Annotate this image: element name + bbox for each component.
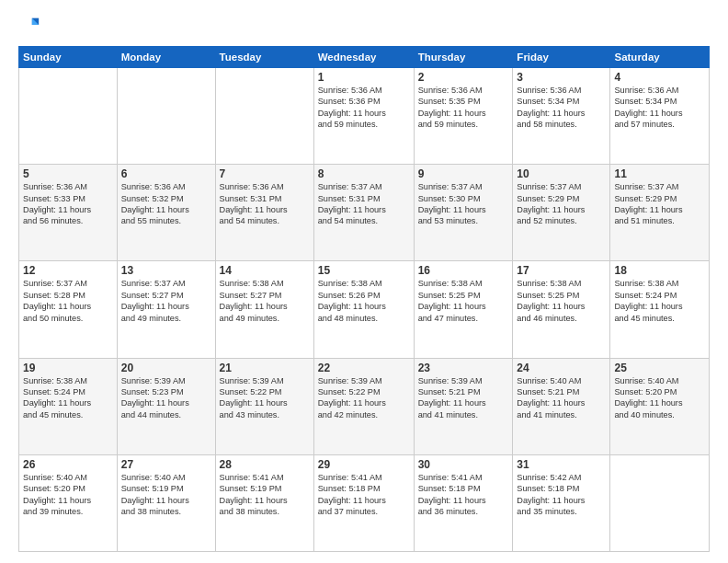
day-cell: 25Sunrise: 5:40 AM Sunset: 5:20 PM Dayli… xyxy=(610,358,710,454)
day-cell: 7Sunrise: 5:36 AM Sunset: 5:31 PM Daylig… xyxy=(215,165,313,261)
logo-icon xyxy=(20,15,40,35)
day-cell: 23Sunrise: 5:39 AM Sunset: 5:21 PM Dayli… xyxy=(414,358,513,454)
day-number: 21 xyxy=(220,362,310,374)
day-number: 15 xyxy=(318,264,410,277)
day-cell: 11Sunrise: 5:37 AM Sunset: 5:29 PM Dayli… xyxy=(610,165,710,261)
day-number: 4 xyxy=(614,71,705,84)
day-cell: 17Sunrise: 5:38 AM Sunset: 5:25 PM Dayli… xyxy=(513,261,610,358)
day-info: Sunrise: 5:38 AM Sunset: 5:26 PM Dayligh… xyxy=(318,278,410,324)
week-row-2: 5Sunrise: 5:36 AM Sunset: 5:33 PM Daylig… xyxy=(19,165,710,261)
day-number: 31 xyxy=(517,458,606,471)
day-info: Sunrise: 5:36 AM Sunset: 5:31 PM Dayligh… xyxy=(220,181,310,227)
day-number: 17 xyxy=(517,264,606,277)
day-cell: 8Sunrise: 5:37 AM Sunset: 5:31 PM Daylig… xyxy=(313,165,414,261)
day-cell: 30Sunrise: 5:41 AM Sunset: 5:18 PM Dayli… xyxy=(414,454,513,551)
day-cell: 2Sunrise: 5:36 AM Sunset: 5:35 PM Daylig… xyxy=(414,68,513,165)
day-cell: 12Sunrise: 5:37 AM Sunset: 5:28 PM Dayli… xyxy=(19,261,118,358)
day-number: 10 xyxy=(517,167,606,180)
day-cell xyxy=(610,454,710,551)
day-number: 11 xyxy=(614,167,705,180)
day-info: Sunrise: 5:36 AM Sunset: 5:32 PM Dayligh… xyxy=(121,181,211,227)
weekday-header-row: SundayMondayTuesdayWednesdayThursdayFrid… xyxy=(19,47,710,68)
weekday-friday: Friday xyxy=(513,47,610,68)
week-row-1: 1Sunrise: 5:36 AM Sunset: 5:36 PM Daylig… xyxy=(19,68,710,165)
day-info: Sunrise: 5:40 AM Sunset: 5:19 PM Dayligh… xyxy=(121,472,211,518)
day-info: Sunrise: 5:36 AM Sunset: 5:36 PM Dayligh… xyxy=(318,85,410,131)
logo xyxy=(18,15,40,39)
day-cell: 1Sunrise: 5:36 AM Sunset: 5:36 PM Daylig… xyxy=(313,68,414,165)
day-cell: 6Sunrise: 5:36 AM Sunset: 5:32 PM Daylig… xyxy=(117,165,215,261)
day-number: 29 xyxy=(318,458,410,471)
day-info: Sunrise: 5:42 AM Sunset: 5:18 PM Dayligh… xyxy=(517,472,606,518)
day-cell: 29Sunrise: 5:41 AM Sunset: 5:18 PM Dayli… xyxy=(313,454,414,551)
day-cell: 26Sunrise: 5:40 AM Sunset: 5:20 PM Dayli… xyxy=(19,454,118,551)
day-info: Sunrise: 5:36 AM Sunset: 5:34 PM Dayligh… xyxy=(614,85,705,131)
weekday-wednesday: Wednesday xyxy=(313,47,414,68)
day-cell: 10Sunrise: 5:37 AM Sunset: 5:29 PM Dayli… xyxy=(513,165,610,261)
weekday-saturday: Saturday xyxy=(610,47,710,68)
day-number: 20 xyxy=(121,362,211,374)
day-info: Sunrise: 5:38 AM Sunset: 5:27 PM Dayligh… xyxy=(220,278,310,324)
day-cell: 18Sunrise: 5:38 AM Sunset: 5:24 PM Dayli… xyxy=(610,261,710,358)
day-number: 9 xyxy=(418,167,509,180)
day-info: Sunrise: 5:37 AM Sunset: 5:29 PM Dayligh… xyxy=(614,181,705,227)
day-cell: 27Sunrise: 5:40 AM Sunset: 5:19 PM Dayli… xyxy=(117,454,215,551)
day-number: 16 xyxy=(418,264,509,277)
day-cell: 5Sunrise: 5:36 AM Sunset: 5:33 PM Daylig… xyxy=(19,165,118,261)
weekday-sunday: Sunday xyxy=(19,47,118,68)
day-number: 3 xyxy=(517,71,606,84)
day-info: Sunrise: 5:39 AM Sunset: 5:23 PM Dayligh… xyxy=(121,375,211,421)
day-cell: 31Sunrise: 5:42 AM Sunset: 5:18 PM Dayli… xyxy=(513,454,610,551)
day-info: Sunrise: 5:39 AM Sunset: 5:22 PM Dayligh… xyxy=(220,375,310,421)
day-info: Sunrise: 5:36 AM Sunset: 5:35 PM Dayligh… xyxy=(418,85,509,131)
day-number: 13 xyxy=(121,264,211,277)
day-info: Sunrise: 5:37 AM Sunset: 5:30 PM Dayligh… xyxy=(418,181,509,227)
day-cell: 21Sunrise: 5:39 AM Sunset: 5:22 PM Dayli… xyxy=(215,358,313,454)
day-cell xyxy=(19,68,118,165)
day-number: 25 xyxy=(614,362,705,374)
day-info: Sunrise: 5:37 AM Sunset: 5:31 PM Dayligh… xyxy=(318,181,410,227)
day-number: 5 xyxy=(23,167,113,180)
day-info: Sunrise: 5:39 AM Sunset: 5:22 PM Dayligh… xyxy=(318,375,410,421)
day-number: 7 xyxy=(220,167,310,180)
day-number: 26 xyxy=(23,458,113,471)
day-cell xyxy=(117,68,215,165)
day-cell: 14Sunrise: 5:38 AM Sunset: 5:27 PM Dayli… xyxy=(215,261,313,358)
day-info: Sunrise: 5:41 AM Sunset: 5:18 PM Dayligh… xyxy=(318,472,410,518)
day-info: Sunrise: 5:36 AM Sunset: 5:34 PM Dayligh… xyxy=(517,85,606,131)
week-row-5: 26Sunrise: 5:40 AM Sunset: 5:20 PM Dayli… xyxy=(19,454,710,551)
day-number: 2 xyxy=(418,71,509,84)
calendar-page: SundayMondayTuesdayWednesdayThursdayFrid… xyxy=(0,0,728,563)
day-cell: 13Sunrise: 5:37 AM Sunset: 5:27 PM Dayli… xyxy=(117,261,215,358)
day-info: Sunrise: 5:38 AM Sunset: 5:25 PM Dayligh… xyxy=(517,278,606,324)
day-info: Sunrise: 5:37 AM Sunset: 5:28 PM Dayligh… xyxy=(23,278,113,324)
weekday-thursday: Thursday xyxy=(414,47,513,68)
day-info: Sunrise: 5:41 AM Sunset: 5:19 PM Dayligh… xyxy=(220,472,310,518)
weekday-monday: Monday xyxy=(117,47,215,68)
day-info: Sunrise: 5:40 AM Sunset: 5:20 PM Dayligh… xyxy=(614,375,705,421)
day-cell: 22Sunrise: 5:39 AM Sunset: 5:22 PM Dayli… xyxy=(313,358,414,454)
day-cell: 20Sunrise: 5:39 AM Sunset: 5:23 PM Dayli… xyxy=(117,358,215,454)
day-number: 14 xyxy=(220,264,310,277)
day-number: 30 xyxy=(418,458,509,471)
day-number: 1 xyxy=(318,71,410,84)
day-cell: 16Sunrise: 5:38 AM Sunset: 5:25 PM Dayli… xyxy=(414,261,513,358)
calendar-table: SundayMondayTuesdayWednesdayThursdayFrid… xyxy=(18,46,710,552)
day-info: Sunrise: 5:37 AM Sunset: 5:29 PM Dayligh… xyxy=(517,181,606,227)
day-info: Sunrise: 5:39 AM Sunset: 5:21 PM Dayligh… xyxy=(418,375,509,421)
weekday-tuesday: Tuesday xyxy=(215,47,313,68)
day-info: Sunrise: 5:38 AM Sunset: 5:24 PM Dayligh… xyxy=(23,375,113,421)
day-number: 24 xyxy=(517,362,606,374)
day-info: Sunrise: 5:38 AM Sunset: 5:25 PM Dayligh… xyxy=(418,278,509,324)
day-cell: 19Sunrise: 5:38 AM Sunset: 5:24 PM Dayli… xyxy=(19,358,118,454)
day-cell: 28Sunrise: 5:41 AM Sunset: 5:19 PM Dayli… xyxy=(215,454,313,551)
day-number: 12 xyxy=(23,264,113,277)
day-number: 28 xyxy=(220,458,310,471)
day-cell: 9Sunrise: 5:37 AM Sunset: 5:30 PM Daylig… xyxy=(414,165,513,261)
day-cell: 4Sunrise: 5:36 AM Sunset: 5:34 PM Daylig… xyxy=(610,68,710,165)
day-number: 18 xyxy=(614,264,705,277)
day-number: 8 xyxy=(318,167,410,180)
day-cell: 15Sunrise: 5:38 AM Sunset: 5:26 PM Dayli… xyxy=(313,261,414,358)
day-info: Sunrise: 5:40 AM Sunset: 5:20 PM Dayligh… xyxy=(23,472,113,518)
day-number: 19 xyxy=(23,362,113,374)
